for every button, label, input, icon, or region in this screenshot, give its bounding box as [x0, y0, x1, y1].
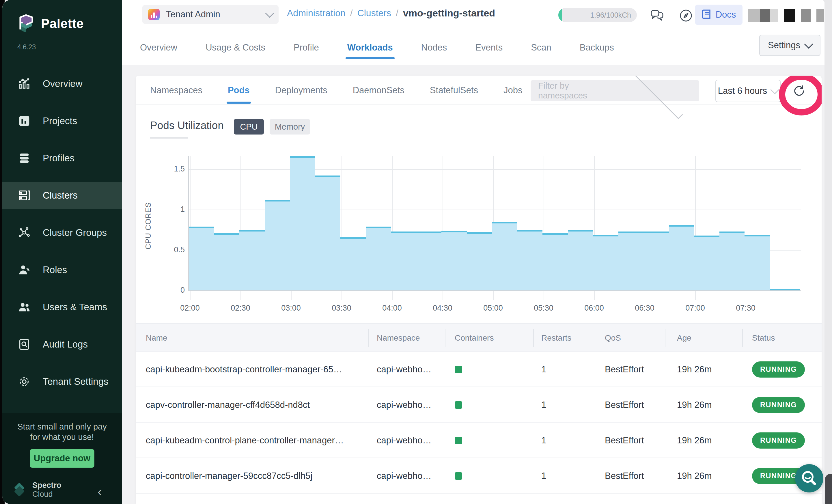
sidebar: Palette 4.6.23 OverviewProjectsProfilesC… [2, 0, 122, 504]
cpu-toggle-button[interactable]: CPU [234, 119, 264, 134]
cpu-utilization-bar-chart: 02:0002:3003:0003:3004:0004:3005:0005:30… [188, 156, 800, 291]
table-row[interactable]: capi-controller-manager-59ccc87cc5-dlh5j… [136, 458, 822, 494]
refresh-button[interactable] [791, 83, 807, 99]
brand-line1: Spectro [32, 481, 61, 490]
breadcrumb-clusters[interactable]: Clusters [357, 8, 391, 19]
spectro-cloud-logo-icon [12, 482, 27, 497]
palette-logo-icon [18, 15, 35, 33]
sidebar-item-label: Cluster Groups [43, 227, 107, 238]
sidebar-item-clusters[interactable]: Clusters [2, 182, 122, 209]
cpu-usage-bar [340, 237, 366, 290]
redacted-block [816, 9, 824, 22]
brand-line2: Cloud [32, 490, 61, 499]
subtab-pods[interactable]: Pods [228, 85, 250, 96]
tab-scan[interactable]: Scan [531, 43, 551, 55]
subtab-daemonsets[interactable]: DaemonSets [353, 85, 405, 96]
namespace-cell: capi-webho… [377, 387, 432, 423]
tab-events[interactable]: Events [475, 43, 502, 55]
audit-logs-icon [17, 338, 31, 351]
time-range-dropdown[interactable]: Last 6 hours [716, 80, 781, 102]
tenant-settings-icon [17, 375, 31, 389]
status-badge: RUNNING [752, 397, 805, 413]
sidebar-item-roles[interactable]: Roles [2, 256, 122, 284]
breadcrumb-administration[interactable]: Administration [287, 8, 345, 19]
column-separator [368, 329, 369, 347]
cpu-usage-bar [467, 232, 492, 290]
tab-nodes[interactable]: Nodes [421, 43, 447, 55]
sidebar-item-label: Users & Teams [43, 302, 107, 313]
subtab-statefulsets[interactable]: StatefulSets [430, 85, 478, 96]
main-area: Tenant Admin Administration / Clusters /… [122, 0, 825, 504]
cpu-usage-bar [441, 231, 467, 290]
namespace-filter-input[interactable]: Filter by namespaces [530, 80, 699, 101]
y-tick-label: 1.5 [150, 164, 185, 174]
subtab-jobs[interactable]: Jobs [503, 85, 522, 96]
sidebar-item-profiles[interactable]: Profiles [2, 144, 122, 172]
memory-toggle-button[interactable]: Memory [270, 119, 310, 134]
pod-name-cell: capi-controller-manager-59ccc87cc5-dlh5j [146, 458, 312, 494]
logo-text: Palette [41, 17, 84, 31]
tab-overview[interactable]: Overview [140, 43, 177, 55]
x-tick-label: 05:00 [476, 304, 511, 313]
sidebar-collapse-chevron[interactable]: ‹ [98, 484, 102, 499]
usage-progress-fill [558, 8, 562, 22]
tenant-scope-selector[interactable]: Tenant Admin [142, 5, 279, 24]
cpu-usage-bar [770, 289, 801, 290]
docs-button[interactable]: Docs [695, 5, 743, 25]
tab-usage-costs[interactable]: Usage & Costs [206, 43, 265, 55]
tab-workloads[interactable]: Workloads [347, 43, 393, 55]
users-teams-icon [17, 300, 31, 314]
compass-tour-icon[interactable] [678, 8, 694, 23]
sidebar-item-users-teams[interactable]: Users & Teams [2, 294, 122, 321]
tab-profile[interactable]: Profile [293, 43, 319, 55]
docs-label: Docs [716, 9, 736, 20]
x-tick-label: 04:30 [425, 304, 460, 313]
settings-button[interactable]: Settings [759, 35, 821, 56]
sidebar-item-cluster-groups[interactable]: Cluster Groups [2, 219, 122, 246]
x-tick-label: 03:30 [324, 304, 359, 313]
sidebar-item-label: Overview [43, 78, 83, 89]
table-row[interactable]: capi-kubeadm-bootstrap-controller-manage… [136, 352, 822, 387]
redacted-block [748, 9, 760, 22]
table-row[interactable]: capi-kubeadm-control-plane-controller-ma… [136, 423, 822, 458]
pod-name-cell: capv-controller-manager-cff4d658d-nd8ct [146, 387, 310, 423]
cpu-usage-bar [366, 227, 391, 290]
tab-backups[interactable]: Backups [580, 43, 614, 55]
qos-cell: BestEffort [605, 458, 644, 494]
sidebar-item-label: Clusters [43, 190, 78, 201]
x-tick-label: 05:30 [526, 304, 561, 313]
workloads-subtabs: NamespacesPodsDeploymentsDaemonSetsState… [150, 76, 586, 105]
subtab-namespaces[interactable]: Namespaces [150, 85, 202, 96]
overview-icon [17, 77, 31, 91]
table-row[interactable]: capv-controller-manager-cff4d658d-nd8ctc… [136, 387, 822, 423]
redacted-block [778, 9, 784, 22]
sidebar-item-tenant-settings[interactable]: Tenant Settings [2, 368, 122, 395]
table-row-partial[interactable] [136, 494, 822, 504]
status-cell: RUNNING [752, 423, 805, 458]
sidebar-item-overview[interactable]: Overview [2, 70, 122, 97]
subtab-deployments[interactable]: Deployments [275, 85, 328, 96]
feedback-chat-icon[interactable] [650, 8, 665, 23]
profiles-icon [17, 151, 31, 165]
restarts-cell: 1 [541, 423, 546, 458]
spectro-cloud-brand: Spectro Cloud [12, 481, 61, 499]
sidebar-item-label: Profiles [43, 153, 75, 164]
status-cell: RUNNING [752, 352, 805, 387]
search-assistant-widget[interactable] [795, 464, 823, 493]
sidebar-item-projects[interactable]: Projects [2, 107, 122, 134]
sidebar-item-audit-logs[interactable]: Audit Logs [2, 331, 122, 358]
qos-cell: BestEffort [605, 423, 644, 458]
restarts-cell: 1 [541, 352, 546, 387]
y-tick-label: 0 [150, 286, 185, 295]
breadcrumb: Administration / Clusters / vmo-getting-… [287, 7, 495, 19]
usage-quota-text: 1.96/100kCh [590, 11, 631, 19]
redacted-block [801, 9, 811, 22]
gridline-y-1.5 [189, 169, 801, 170]
tenant-icon [148, 9, 160, 20]
breadcrumb-separator: / [350, 8, 353, 19]
chevron-down-icon [804, 39, 813, 49]
projects-icon [17, 114, 31, 128]
x-tick-label: 02:00 [173, 304, 207, 313]
containers-cell [455, 458, 462, 494]
upgrade-now-button[interactable]: Upgrade now [30, 449, 95, 468]
